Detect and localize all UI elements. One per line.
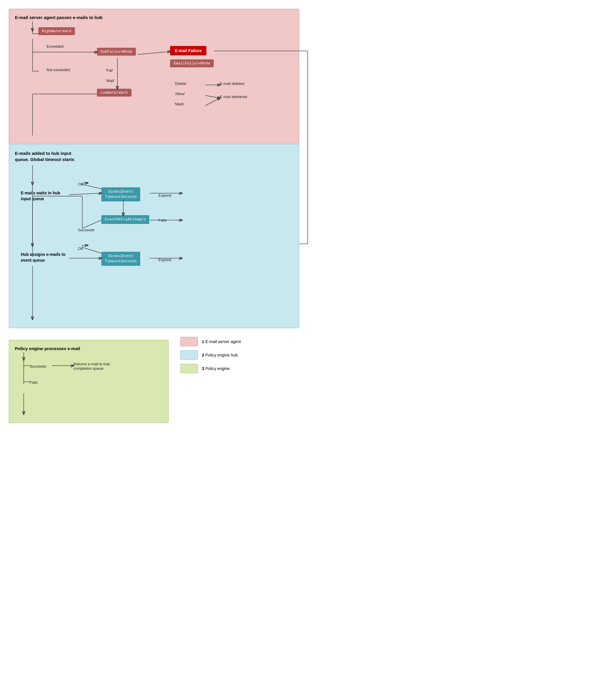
exceeded-label: Exceeded (47, 44, 63, 49)
global-event-timeout-2-node: GlobalEventTimeoutSeconds (101, 252, 140, 266)
green-inner: Succeeds Returns e-mail to hubcompletion… (15, 356, 163, 414)
mark-label: 'Mark' (174, 102, 185, 106)
svg-line-20 (82, 185, 101, 189)
email-failure-node: E-mail Failure (170, 46, 206, 55)
ok-2-label: OK (78, 247, 83, 251)
hub-failure-mode-node: HubFailureMode (97, 48, 136, 56)
red-arrows (15, 24, 293, 136)
email-delivered-label: E-mail delivered (220, 94, 247, 99)
expired-1-label: Expired (159, 193, 171, 198)
low-watermark-node: LowWatermark (97, 89, 132, 96)
svg-line-25 (82, 220, 101, 228)
diagram: E-mail server agent passes e-mails to hu… (9, 9, 299, 423)
svg-line-12 (205, 95, 220, 98)
legend: 1 E-mail server agent 2 Policy engine hu… (180, 334, 241, 377)
expired-2-label: Expired (159, 258, 171, 262)
delete-label: 'Delete' (174, 81, 187, 86)
green-section-title: Policy engine processes e-mail (15, 346, 163, 351)
svg-line-13 (205, 98, 220, 106)
svg-line-32 (82, 247, 101, 253)
succeeds-label: Succeeds (78, 228, 94, 232)
email-deleted-label: E-mail deleted (220, 81, 244, 86)
legend-label-1: 1 E-mail server agent (202, 339, 241, 344)
svg-line-7 (138, 52, 170, 54)
green-succeeds-label: Succeeds (30, 364, 46, 369)
blue-inner: E-mails waits in hub input queue GlobalE… (15, 167, 293, 319)
fails-label: Fails (159, 218, 166, 223)
not-exceeded-label: Not exceeded (47, 67, 70, 72)
legend-item-1: 1 E-mail server agent (180, 337, 241, 346)
green-fails-label: Fails (30, 380, 37, 385)
red-section-title: E-mail server agent passes e-mails to hu… (15, 15, 293, 20)
hub-assigns-label: Hub assigns e-mails to event queue (21, 252, 67, 263)
event-retry-attempts-node: EventRetryAttempts (101, 215, 149, 224)
legend-item-3: 3 Policy engine (180, 364, 241, 373)
global-event-timeout-1-node: GlobalEventTimeoutSeconds (101, 187, 140, 201)
svg-line-19 (69, 193, 101, 195)
allow-label: 'Allow' (174, 92, 185, 96)
email-failure-mode-node: EmailFailureMode (170, 59, 214, 67)
legend-label-2: 2 Policy engine hub (202, 353, 238, 358)
red-inner: HighWatermark HubFailureMode LowWatermar… (15, 24, 293, 136)
fail-label: 'Fail' (106, 68, 113, 73)
legend-box-green (180, 364, 198, 373)
ok-1-label: OK (78, 182, 83, 187)
section-blue: E-mails added to hub input queue. Global… (9, 144, 299, 328)
legend-box-blue (180, 350, 198, 360)
legend-box-red (180, 337, 198, 346)
legend-label-3: 3 Policy engine (202, 366, 230, 371)
high-watermark-node: HighWatermark (38, 27, 75, 35)
wait-label: 'Wait' (106, 79, 114, 83)
returns-email-label: Returns e-mail to hubcompletion queue (74, 362, 132, 371)
bottom-area: Policy engine processes e-mail Succeeds … (9, 334, 299, 423)
blue-section-title: E-mails added to hub input queue. Global… (15, 150, 293, 163)
section-red: E-mail server agent passes e-mails to hu… (9, 9, 299, 145)
section-green: Policy engine processes e-mail Succeeds … (9, 340, 169, 423)
emails-waits-label: E-mails waits in hub input queue (21, 190, 67, 202)
blue-arrows (15, 167, 293, 319)
legend-item-2: 2 Policy engine hub (180, 350, 241, 360)
